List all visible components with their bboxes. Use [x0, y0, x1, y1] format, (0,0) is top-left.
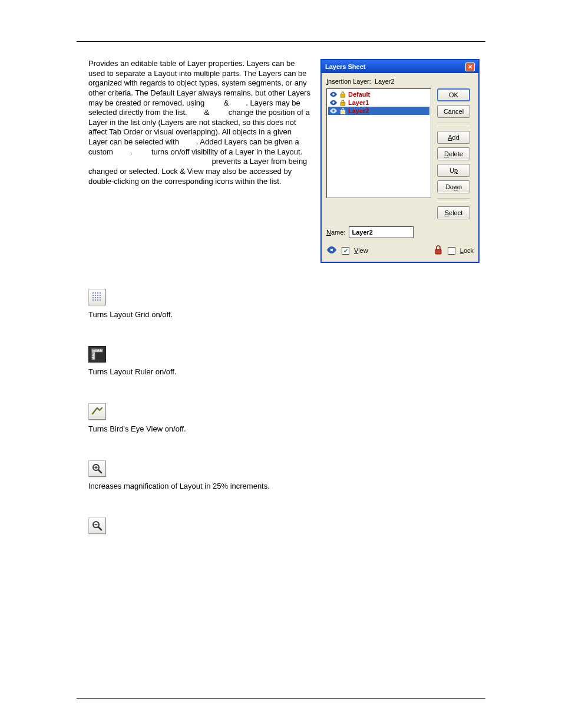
lock-checkbox[interactable]: [448, 247, 455, 255]
layers-listbox[interactable]: Default Layer1 Layer: [326, 88, 431, 198]
svg-point-18: [97, 297, 98, 298]
layers-sheet-dialog: Layers Sheet ✕ IInsertion Layer: Layer2n…: [320, 59, 480, 263]
lock-checkbox-label: Lock: [460, 247, 474, 254]
list-item[interactable]: Default: [328, 90, 429, 98]
svg-point-6: [330, 249, 333, 252]
svg-point-11: [100, 292, 101, 294]
svg-point-21: [95, 299, 96, 301]
eye-icon: [329, 91, 338, 98]
close-icon[interactable]: ✕: [465, 62, 475, 71]
lock-icon: [339, 107, 346, 114]
down-button[interactable]: Down: [437, 180, 470, 193]
svg-point-13: [95, 295, 96, 296]
eye-icon: [329, 99, 338, 106]
up-button[interactable]: Up: [437, 164, 470, 177]
list-item[interactable]: Layer2: [328, 107, 429, 115]
view-checkbox-label: View: [354, 247, 368, 254]
lock-icon: [339, 99, 346, 106]
svg-point-8: [92, 292, 94, 294]
svg-point-22: [97, 299, 98, 301]
zoom-in-icon: [88, 460, 106, 477]
svg-point-10: [97, 292, 98, 294]
grid-icon: [88, 289, 106, 305]
zoom-out-icon: [88, 518, 106, 534]
list-item-label: Default: [348, 91, 370, 98]
lock-icon: [434, 245, 443, 256]
cancel-button[interactable]: Cancel: [437, 105, 470, 118]
svg-rect-1: [340, 94, 345, 97]
select-button[interactable]: Select: [437, 206, 470, 219]
lock-icon: [339, 91, 346, 98]
name-field[interactable]: [349, 226, 414, 238]
ok-button[interactable]: OK: [437, 88, 470, 101]
svg-point-15: [100, 295, 101, 296]
view-checkbox[interactable]: [342, 247, 349, 255]
svg-point-23: [100, 299, 101, 301]
svg-rect-25: [92, 349, 103, 352]
svg-point-16: [92, 297, 94, 298]
zoom-in-description: Increases magnification of Layout in 25%…: [88, 482, 485, 492]
birds-eye-description: Turns Bird's Eye View on/off.: [88, 424, 485, 434]
layers-description: Provides an editable table of Layer prop…: [88, 59, 310, 186]
eye-icon: [326, 246, 337, 255]
list-item-label: Layer2: [348, 107, 369, 114]
svg-point-17: [95, 297, 96, 298]
list-item-label: Layer1: [348, 99, 369, 106]
delete-button[interactable]: Delete: [437, 147, 470, 160]
footer-rule: [77, 698, 485, 699]
svg-point-2: [332, 101, 335, 104]
birds-eye-icon: [88, 403, 106, 420]
svg-rect-5: [340, 110, 345, 114]
svg-point-19: [100, 297, 101, 298]
dialog-titlebar: Layers Sheet ✕: [322, 60, 478, 73]
ruler-icon: [88, 346, 106, 363]
svg-point-4: [332, 110, 335, 112]
svg-point-14: [97, 295, 98, 296]
svg-line-37: [98, 470, 101, 473]
grid-description: Turns Layout Grid on/off.: [88, 310, 485, 320]
separator: [437, 198, 470, 202]
svg-point-12: [92, 295, 94, 296]
list-item[interactable]: Layer1: [328, 98, 429, 107]
ruler-description: Turns Layout Ruler on/off.: [88, 367, 485, 377]
svg-point-9: [95, 292, 96, 294]
svg-point-0: [332, 93, 335, 95]
separator: [437, 123, 470, 126]
svg-point-20: [92, 299, 94, 301]
svg-rect-3: [340, 102, 345, 106]
eye-icon: [329, 107, 338, 114]
dialog-title: Layers Sheet: [325, 63, 365, 70]
name-label: Name:: [326, 229, 345, 236]
svg-line-41: [98, 527, 101, 530]
insertion-layer-label: IInsertion Layer: Layer2nsertion Layer: …: [326, 78, 474, 85]
svg-rect-7: [435, 249, 441, 254]
add-button[interactable]: Add: [437, 131, 470, 144]
